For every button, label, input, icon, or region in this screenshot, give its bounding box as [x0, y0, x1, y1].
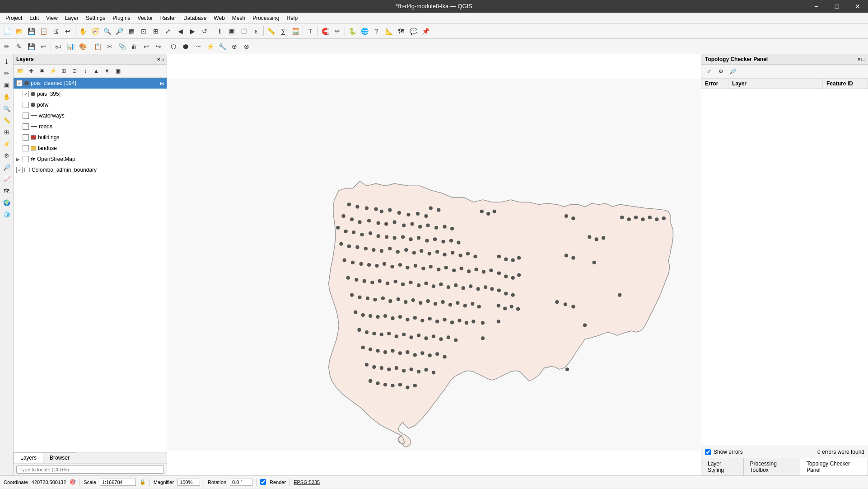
draw-tool[interactable]: ✏	[1, 68, 12, 79]
layers-collapse-button[interactable]: ⊟	[70, 66, 79, 76]
zoom-layer-button[interactable]: ⊞	[150, 25, 162, 37]
layer-collapse-button[interactable]: ⊟	[160, 80, 164, 86]
pan-side-tool[interactable]: ✋	[1, 91, 12, 102]
zoom-text-button[interactable]: T	[304, 25, 316, 37]
menu-database[interactable]: Database	[180, 13, 210, 24]
show-errors-checkbox[interactable]	[705, 449, 711, 455]
tab-layer-styling[interactable]: Layer Styling	[701, 458, 744, 475]
pan-button[interactable]: ✋	[77, 25, 89, 37]
select-expression-button[interactable]: ε	[250, 25, 262, 37]
measure-side-tool[interactable]: 📏	[1, 115, 12, 126]
select-side-tool[interactable]: ▣	[1, 80, 12, 90]
layers-sort-button[interactable]: ↕	[80, 66, 90, 76]
globe-side-tool[interactable]: 🌍	[1, 197, 12, 208]
zoom-side-tool[interactable]: 🔍	[1, 103, 12, 114]
expand-arrow-osm[interactable]: ▶	[16, 157, 20, 162]
select-button[interactable]: ▣	[226, 25, 238, 37]
layers-filter-button[interactable]: ⚡	[48, 66, 58, 76]
diagram-button[interactable]: 📊	[65, 41, 76, 52]
statistics-button[interactable]: ∑	[277, 25, 289, 37]
shape-tool-button[interactable]: ⬢	[180, 41, 191, 52]
epsg-label[interactable]: EPSG:5235	[294, 480, 320, 485]
delete-button[interactable]: 🗑	[128, 41, 140, 52]
zoom-next-button[interactable]: ▶	[187, 25, 198, 37]
menu-vector[interactable]: Vector	[134, 13, 157, 24]
merge-button[interactable]: ⊗	[241, 41, 252, 52]
layers-group-button[interactable]: ▣	[113, 66, 123, 76]
layer-checkbox-roads[interactable]	[23, 123, 29, 130]
layers-open-button[interactable]: 📂	[15, 66, 25, 76]
map-area[interactable]	[167, 54, 701, 475]
layer-checkbox-pofw[interactable]	[23, 102, 29, 108]
render-checkbox[interactable]	[260, 479, 266, 485]
layers-side-tool[interactable]: ⊞	[1, 127, 12, 137]
menu-settings[interactable]: Settings	[82, 13, 109, 24]
layer-item-roads[interactable]: roads	[14, 121, 167, 132]
annotate-button[interactable]: 💬	[407, 25, 419, 37]
zoom-native-button[interactable]: ⊡	[138, 25, 149, 37]
menu-layer[interactable]: Layer	[61, 13, 82, 24]
locate-input[interactable]	[16, 465, 164, 474]
label-button[interactable]: 🏷	[52, 41, 64, 52]
cut-button[interactable]: ✂	[104, 41, 116, 52]
tab-topology-checker-panel[interactable]: Topology Checker Panel	[800, 458, 868, 475]
3d-side-tool[interactable]: 🧊	[1, 209, 12, 220]
layer-item-colombo[interactable]: Colombo_admin_boundary	[14, 165, 167, 175]
zoom-out-button[interactable]: 🔎	[113, 25, 125, 37]
digitize-button[interactable]: ✏	[331, 25, 343, 37]
copy-button[interactable]: 📋	[92, 41, 103, 52]
browser-button[interactable]: 🌐	[359, 25, 370, 37]
menu-help[interactable]: Help	[283, 13, 302, 24]
layout-button[interactable]: 📐	[383, 25, 395, 37]
layers-up-button[interactable]: ▲	[91, 66, 101, 76]
layer-item-pois[interactable]: pois [395]	[14, 89, 167, 99]
topology-validate-button[interactable]: ✓	[704, 66, 714, 76]
open-project-button[interactable]: 📂	[13, 25, 25, 37]
close-button[interactable]: ✕	[847, 0, 868, 13]
identify-button[interactable]: ℹ	[214, 25, 225, 37]
topology-clear-button[interactable]: 🔎	[728, 66, 737, 76]
menu-mesh[interactable]: Mesh	[229, 13, 249, 24]
layers-add-button[interactable]: ✚	[26, 66, 36, 76]
layer-item-openstreetmap[interactable]: ▶ 🗺 OpenStreetMap	[14, 154, 167, 165]
layer-checkbox-pois[interactable]	[23, 91, 29, 97]
layers-close-button[interactable]: ×	[157, 56, 160, 62]
zoom-prev-button[interactable]: ◀	[174, 25, 186, 37]
tab-processing-toolbox[interactable]: Processing Toolbox	[744, 458, 801, 475]
field-calc-button[interactable]: 🧮	[289, 25, 301, 37]
new-project-button[interactable]: 📄	[1, 25, 13, 37]
layer-item-buildings[interactable]: buildings	[14, 132, 167, 143]
snapping-button[interactable]: 🧲	[319, 25, 331, 37]
layers-float-button[interactable]: □	[161, 56, 164, 62]
graph-side-tool[interactable]: 📈	[1, 174, 12, 184]
layer-checkbox-waterways[interactable]	[23, 113, 29, 119]
layers-down-button[interactable]: ▼	[102, 66, 112, 76]
scale-input[interactable]	[100, 479, 136, 486]
query-side-tool[interactable]: 🔎	[1, 162, 12, 173]
layers-remove-button[interactable]: ✖	[37, 66, 47, 76]
deselect-button[interactable]: ☐	[238, 25, 250, 37]
save-as-button[interactable]: 📋	[37, 25, 49, 37]
layer-item-waterways[interactable]: waterways	[14, 110, 167, 121]
save-edits-button[interactable]: 💾	[25, 41, 37, 52]
node-tool-button[interactable]: ⬡	[168, 41, 179, 52]
layer-item-landuse[interactable]: landuse	[14, 143, 167, 154]
identify-side-tool[interactable]: ℹ	[1, 56, 12, 67]
undo2-button[interactable]: ↩	[140, 41, 152, 52]
layer-item-pois-cleaned[interactable]: pois_cleaned [394] ⊟	[14, 78, 167, 89]
paste-button[interactable]: 📎	[116, 41, 128, 52]
layers-expand-button[interactable]: ⊞	[59, 66, 69, 76]
layer-item-pofw[interactable]: pofw	[14, 99, 167, 110]
topology-panel-float[interactable]: □	[861, 56, 864, 62]
refresh-button[interactable]: ↺	[199, 25, 210, 37]
pan-map-button[interactable]: 🧭	[89, 25, 101, 37]
rollback-button[interactable]: ↩	[37, 41, 49, 52]
python-button[interactable]: 🐍	[346, 25, 358, 37]
print-button[interactable]: 🖨	[50, 25, 61, 37]
zoom-in-button[interactable]: 🔍	[101, 25, 113, 37]
menu-processing[interactable]: Processing	[249, 13, 283, 24]
topology-tool-button[interactable]: ⊕	[229, 41, 240, 52]
minimize-button[interactable]: −	[806, 0, 826, 13]
tab-layers[interactable]: Layers	[14, 452, 43, 463]
menu-plugins[interactable]: Plugins	[109, 13, 134, 24]
